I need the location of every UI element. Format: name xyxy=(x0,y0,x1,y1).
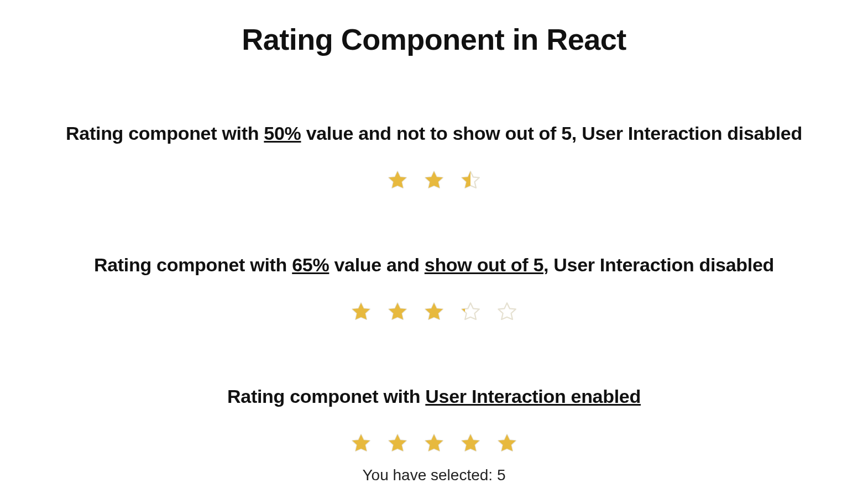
star-icon xyxy=(386,301,409,323)
heading-segment: value and xyxy=(329,254,424,275)
heading-segment-underline: 65% xyxy=(292,254,329,275)
star-icon xyxy=(350,301,372,323)
star-icon[interactable] xyxy=(386,432,409,454)
star-icon xyxy=(423,169,445,191)
rating-example-2: Rating componet with 65% value and show … xyxy=(17,254,851,325)
page-title: Rating Component in React xyxy=(17,22,851,56)
rating-example-3: Rating componet with User Interaction en… xyxy=(17,386,851,484)
star-icon xyxy=(459,169,482,191)
star-icon xyxy=(459,301,482,323)
star-icon[interactable] xyxy=(423,432,445,454)
star-icon[interactable] xyxy=(350,432,372,454)
star-icon xyxy=(423,301,445,323)
rating-example-3-heading: Rating componet with User Interaction en… xyxy=(17,386,851,407)
heading-segment-underline: 50% xyxy=(264,123,301,144)
star-icon xyxy=(496,301,518,323)
heading-segment: Rating componet with xyxy=(227,386,425,407)
rating-stars-row xyxy=(350,432,518,454)
rating-example-1: Rating componet with 50% value and not t… xyxy=(17,123,851,193)
rating-selected-caption: You have selected: 5 xyxy=(17,466,851,484)
heading-segment: Rating componet with xyxy=(66,123,264,144)
rating-stars-row xyxy=(386,169,482,191)
rating-stars-row xyxy=(350,301,518,323)
heading-segment: Rating componet with xyxy=(94,254,292,275)
caption-value: 5 xyxy=(497,466,506,484)
heading-segment: , User Interaction disabled xyxy=(543,254,774,275)
heading-segment-underline: User Interaction enabled xyxy=(425,386,641,407)
heading-segment-underline: show out of 5 xyxy=(425,254,543,275)
rating-example-2-heading: Rating componet with 65% value and show … xyxy=(17,254,851,276)
heading-segment: value and not to show out of 5, User Int… xyxy=(301,123,802,144)
caption-prefix: You have selected: xyxy=(363,466,497,484)
star-icon xyxy=(386,169,409,191)
star-icon[interactable] xyxy=(459,432,482,454)
star-icon[interactable] xyxy=(496,432,518,454)
page-root: Rating Component in React Rating compone… xyxy=(0,0,868,504)
rating-example-1-heading: Rating componet with 50% value and not t… xyxy=(17,123,851,144)
